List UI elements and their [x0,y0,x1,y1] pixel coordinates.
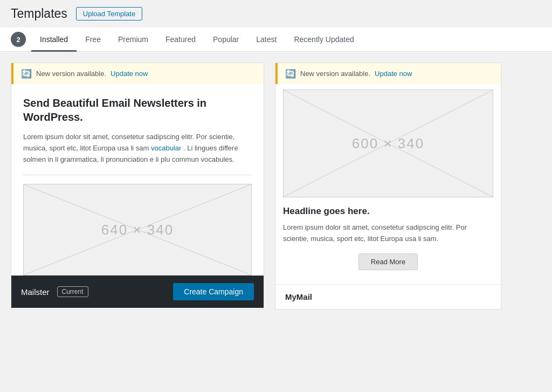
upload-template-button[interactable]: Upload Template [76,7,142,20]
page-header: Templates Upload Template [0,0,552,27]
tab-recently-updated[interactable]: Recently Updated [285,27,362,52]
template-image-left: 640 × 340 [23,184,252,276]
update-icon-right: 🔄 [285,68,296,79]
card-footer-right: MyMail [275,284,501,309]
update-link-right[interactable]: Update now [375,70,412,78]
card-divider-left [23,175,252,175]
update-notice-text-left: New version available. [36,70,106,78]
main-content: 🔄 New version available. Update now Send… [0,52,552,320]
template-card-right: 🔄 New version available. Update now 600 … [275,63,501,310]
tab-premium[interactable]: Premium [109,27,157,52]
body-link-left[interactable]: vocabular [151,144,181,152]
right-content: Headline goes here. Lorem ipsum dolor si… [275,197,501,284]
current-badge: Current [57,286,88,297]
template-card-left: 🔄 New version available. Update now Send… [11,63,264,310]
tab-free[interactable]: Free [77,27,109,52]
installed-count-badge: 2 [11,32,26,47]
page-title: Templates [11,6,67,21]
tab-popular[interactable]: Popular [204,27,247,52]
card-headline-right: Headline goes here. [283,206,493,217]
update-link-left[interactable]: Update now [111,70,148,78]
card-footer-left: Mailster Current Create Campaign [11,276,264,308]
read-more-button[interactable]: Read More [358,253,418,270]
card-body-text-right: Lorem ipsum dolor sit amet, consetetur s… [283,222,493,245]
card-headline-left: Send Beautiful Email Newsletters in Word… [23,96,252,124]
template-image-right: 600 × 340 [283,90,493,197]
update-icon-left: 🔄 [21,68,32,79]
image-dimensions-left: 640 × 340 [101,222,174,238]
update-notice-text-right: New version available. [300,70,370,78]
card-body-text-left: Lorem ipsum dolor sit amet, consetetur s… [23,132,252,165]
update-notice-right: 🔄 New version available. Update now [275,63,501,84]
tab-featured[interactable]: Featured [157,27,204,52]
create-campaign-button[interactable]: Create Campaign [173,283,254,300]
footer-left-group: Mailster Current [21,286,88,297]
card-body-left: Send Beautiful Email Newsletters in Word… [11,84,264,175]
tab-installed[interactable]: Installed [31,27,77,52]
tabs-bar: 2 Installed Free Premium Featured Popula… [0,27,552,52]
update-notice-left: 🔄 New version available. Update now [11,63,264,84]
brand-name-right: MyMail [285,292,312,301]
tab-latest[interactable]: Latest [247,27,285,52]
image-dimensions-right: 600 × 340 [352,135,424,152]
brand-name-left: Mailster [21,287,50,297]
